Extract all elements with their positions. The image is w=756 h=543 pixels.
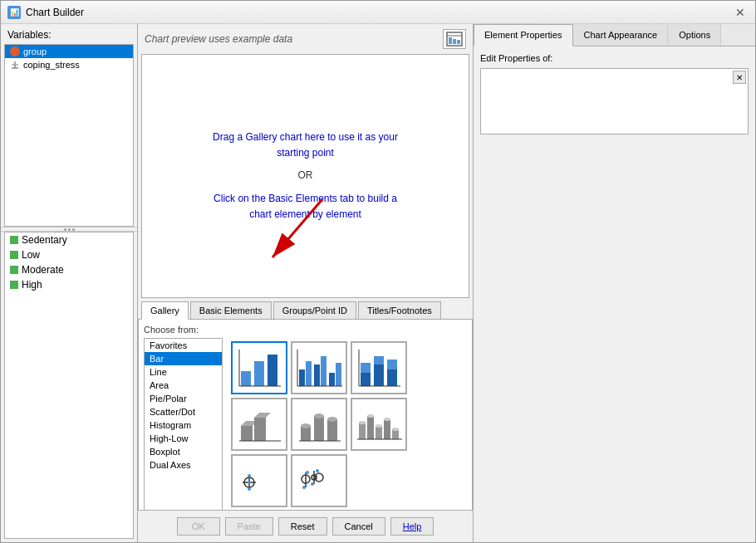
svg-rect-31 [241, 426, 253, 441]
svg-rect-17 [314, 364, 320, 386]
gallery-item-histogram[interactable]: Histogram [145, 418, 222, 432]
gallery-inner: Favorites Bar Line Area Pie/Polar Scatte… [144, 338, 467, 511]
svg-point-68 [311, 482, 314, 486]
edit-properties-label: Edit Properties of: [480, 53, 749, 63]
cancel-button[interactable]: Cancel [332, 517, 385, 536]
right-tab-options[interactable]: Options [668, 24, 721, 46]
gallery-item-scatter-dot[interactable]: Scatter/Dot [145, 405, 222, 418]
svg-rect-38 [314, 416, 324, 441]
variables-list: group coping_stress [4, 44, 134, 227]
gallery-content: Choose from: Favorites Bar Line Area Pie… [144, 325, 467, 505]
resize-dots [64, 228, 75, 231]
svg-rect-43 [359, 423, 366, 439]
right-content: Edit Properties of: ✕ [474, 46, 755, 542]
svg-point-46 [367, 414, 374, 418]
svg-point-58 [248, 487, 251, 491]
paste-button[interactable]: Paste [225, 517, 273, 536]
title-bar: 📊 Chart Builder ✕ [1, 1, 755, 24]
variable-item-group[interactable]: group [5, 45, 133, 58]
choose-from-label: Choose from: [144, 325, 467, 335]
svg-rect-15 [299, 369, 305, 386]
gallery-item-line[interactable]: Line [145, 365, 222, 379]
svg-point-59 [248, 481, 251, 484]
tab-content: Choose from: Favorites Bar Line Area Pie… [138, 320, 473, 511]
chart-thumb-7[interactable] [231, 454, 287, 507]
svg-rect-24 [361, 363, 371, 373]
ok-button[interactable]: OK [177, 517, 220, 536]
gallery-item-boxplot[interactable]: Boxplot [145, 445, 222, 458]
center-panel: Chart preview uses example data Drag a G… [138, 24, 473, 542]
svg-rect-28 [387, 360, 397, 369]
svg-rect-7 [457, 40, 460, 44]
svg-rect-40 [327, 419, 337, 441]
cat-high: High [5, 277, 133, 292]
var-icon-group [10, 46, 20, 56]
right-tabs: Element Properties Chart Appearance Opti… [474, 24, 755, 46]
gallery-charts [228, 338, 467, 511]
svg-line-9 [272, 199, 322, 257]
svg-rect-6 [453, 39, 456, 44]
gallery-item-bar[interactable]: Bar [145, 352, 222, 365]
tab-basic-elements[interactable]: Basic Elements [190, 301, 272, 319]
bottom-buttons: OK Paste Reset Cancel Help [138, 511, 473, 542]
variables-label: Variables: [1, 24, 137, 44]
chart-preview-area: Drag a Gallery chart here to use it as y… [141, 54, 469, 298]
var-icon-coping [10, 60, 20, 70]
tab-titles-footnotes[interactable]: Titles/Footnotes [358, 301, 441, 319]
chart-thumb-2[interactable] [291, 341, 347, 394]
chart-thumb-6[interactable] [351, 398, 407, 451]
properties-box: ✕ [480, 68, 749, 135]
variable-item-coping[interactable]: coping_stress [5, 58, 133, 71]
cat-label-low: Low [22, 249, 40, 261]
cat-color-moderate [10, 266, 18, 274]
svg-rect-33 [254, 418, 266, 441]
tab-gallery[interactable]: Gallery [141, 301, 189, 320]
chart-thumb-1[interactable] [231, 341, 287, 394]
cat-color-sedentary [10, 236, 18, 244]
chart-builder-window: 📊 Chart Builder ✕ Variables: group copin… [0, 0, 756, 543]
svg-point-62 [306, 471, 309, 474]
chart-thumb-3[interactable] [351, 341, 407, 394]
close-button[interactable]: ✕ [732, 4, 749, 21]
chart-thumb-5[interactable] [291, 398, 347, 451]
or-text: OR [213, 168, 398, 183]
gallery-list: Favorites Bar Line Area Pie/Polar Scatte… [144, 338, 223, 511]
preview-header: Chart preview uses example data [138, 24, 473, 54]
drag-line2: starting point [213, 145, 398, 161]
svg-point-52 [392, 428, 399, 431]
drag-line1: Drag a Gallery chart here to use it as y… [213, 130, 398, 145]
svg-point-50 [384, 418, 390, 421]
title-bar-left: 📊 Chart Builder [7, 6, 84, 19]
right-tab-element-properties[interactable]: Element Properties [474, 24, 573, 46]
chart-thumb-4[interactable] [231, 398, 287, 451]
gallery-item-high-low[interactable]: High-Low [145, 432, 222, 445]
gallery-item-pie-polar[interactable]: Pie/Polar [145, 392, 222, 405]
svg-rect-19 [329, 373, 335, 386]
gallery-item-area[interactable]: Area [145, 379, 222, 392]
svg-rect-20 [336, 363, 341, 386]
chart-grid [228, 338, 467, 511]
tab-groups-point-id[interactable]: Groups/Point ID [273, 301, 356, 319]
cat-label-sedentary: Sedentary [22, 234, 67, 246]
cat-low: Low [5, 247, 133, 262]
cat-sedentary: Sedentary [5, 232, 133, 247]
svg-rect-11 [254, 361, 264, 386]
window-title: Chart Builder [26, 7, 84, 18]
svg-point-39 [314, 413, 324, 418]
svg-rect-12 [268, 355, 277, 386]
reset-button[interactable]: Reset [278, 517, 327, 536]
help-button[interactable]: Help [390, 517, 434, 536]
preview-label: Chart preview uses example data [145, 33, 292, 45]
preview-icon-button[interactable] [443, 29, 466, 49]
chart-thumb-8[interactable] [291, 454, 347, 507]
right-tab-chart-appearance[interactable]: Chart Appearance [573, 24, 669, 46]
var-name-coping: coping_stress [23, 60, 80, 70]
cat-color-low [10, 251, 18, 259]
properties-close-button[interactable]: ✕ [733, 71, 746, 84]
main-content: Variables: group coping_stress [1, 24, 755, 542]
gallery-item-dual-axes[interactable]: Dual Axes [145, 458, 222, 472]
svg-point-63 [302, 486, 306, 489]
gallery-item-favorites[interactable]: Favorites [145, 339, 222, 352]
svg-point-67 [316, 469, 319, 472]
cat-color-high [10, 281, 18, 289]
